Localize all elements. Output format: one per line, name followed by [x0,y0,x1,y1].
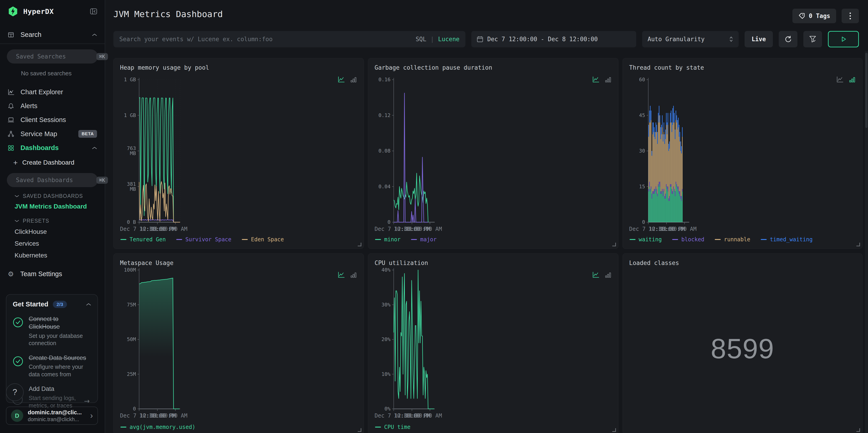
create-dashboard-button[interactable]: + Create Dashboard [0,155,105,167]
vertical-scrollbar[interactable] [865,51,868,433]
run-query-button[interactable] [828,31,859,48]
sidebar-item-services[interactable]: Services [0,238,105,249]
sidebar-item-clickhouse[interactable]: ClickHouse [0,226,105,238]
resize-handle[interactable] [612,428,616,432]
panel-thread-count-by-state: Thread count by state 604530150Dec 7 12:… [623,58,863,249]
app-title: HyperDX [23,7,54,16]
get-started-step-sources[interactable]: Create Data Sources Configure where your… [13,354,91,378]
refresh-button[interactable] [779,31,798,48]
legend-item[interactable]: Tenured Gen [120,236,166,243]
play-icon [840,35,847,43]
svg-text:0: 0 [388,219,391,225]
saved-searches-input[interactable]: ⌘K [7,50,98,63]
svg-text:30: 30 [639,148,645,154]
event-search-box[interactable]: SQL | Lucene [114,31,465,48]
chevron-down-icon [14,220,19,222]
legend-item[interactable]: avg(jvm.memory.used) [120,424,195,430]
sidebar-item-search[interactable]: Search [0,27,105,44]
help-button[interactable]: ? [6,383,24,401]
saved-dashboards-input[interactable]: ⌘K [7,173,98,187]
sidebar-item-alerts[interactable]: Alerts [0,99,105,113]
svg-text:MB: MB [130,186,136,192]
more-options-button[interactable] [842,9,859,23]
chart-explorer-icon [8,89,14,95]
legend-item[interactable]: major [411,236,436,243]
line-chart-toggle-icon[interactable] [592,76,599,83]
table-grid-icon [8,32,14,38]
resize-handle[interactable] [358,243,361,246]
legend-item[interactable]: Survivor Space [176,236,231,243]
legend-item[interactable]: waiting [629,236,662,243]
chevron-up-icon[interactable] [92,33,97,36]
legend-swatch [672,239,678,240]
progress-badge: 2/3 [53,301,67,308]
main-content: JVM Metrics Dashboard 0 Tags SQL | Lucen… [105,0,868,433]
shortcut-badge: ⌘K [96,177,108,184]
scrollbar-thumb[interactable] [865,53,868,128]
sidebar-item-chart-explorer[interactable]: Chart Explorer [0,85,105,99]
user-menu[interactable]: D dominic.tran@clic... dominic.tran@clic… [6,407,98,425]
bar-chart-toggle-icon[interactable] [350,272,357,278]
chart-plot[interactable]: 0.160.120.080.040Dec 7 12:00:00 PM10:30:… [374,76,442,234]
sidebar-item-team-settings[interactable]: ⚙ Team Settings [0,265,105,283]
bar-chart-toggle-icon[interactable] [605,272,611,278]
gear-icon: ⚙ [8,270,14,278]
chart-plot[interactable]: 40%30%20%10%0%Dec 7 12:00:00 PM10:30:00 … [374,267,442,421]
filter-button[interactable] [803,31,822,48]
sql-toggle[interactable]: SQL [415,36,426,42]
line-chart-toggle-icon[interactable] [338,271,345,278]
granularity-select[interactable]: Auto Granularity [642,31,739,48]
lucene-toggle[interactable]: Lucene [438,36,460,42]
check-circle-icon [13,356,23,367]
resize-handle[interactable] [358,428,361,432]
svg-text:0.12: 0.12 [378,113,391,118]
sidebar-item-service-map[interactable]: Service Map BETA [0,127,105,141]
svg-text:11:30:00 AM: 11:30:00 AM [406,226,442,232]
sidebar-item-dashboards[interactable]: Dashboards [0,141,105,155]
collapse-sidebar-icon[interactable] [90,8,97,14]
svg-text:11:30:00 AM: 11:30:00 AM [406,412,442,419]
sidebar-item-jvm-metrics-dashboard[interactable]: JVM Metrics Dashboard [0,201,105,212]
hyperdx-logo-icon [8,6,18,17]
chevron-up-icon[interactable] [86,303,91,306]
line-chart-toggle-icon[interactable] [836,76,844,83]
chart-plot[interactable]: 100M75M50M25M0Dec 7 12:00:00 PM10:30:00 … [120,267,188,421]
chevron-up-icon[interactable] [92,147,97,149]
avatar: D [11,409,23,422]
event-search-input[interactable] [119,36,411,42]
bar-chart-toggle-icon[interactable] [350,76,357,83]
no-saved-searches-label: No saved searches [21,70,105,77]
saved-dashboards-section-header[interactable]: SAVED DASHBOARDS [0,187,105,201]
legend-item[interactable]: CPU time [375,424,410,430]
line-chart-toggle-icon[interactable] [338,76,345,83]
line-chart-toggle-icon[interactable] [592,271,599,278]
presets-section-header[interactable]: PRESETS [0,212,105,226]
resize-handle[interactable] [612,243,616,246]
legend-item[interactable]: Eden Space [242,236,284,243]
saved-searches-field[interactable] [16,53,93,60]
tags-button[interactable]: 0 Tags [793,9,836,23]
resize-handle[interactable] [857,428,860,432]
saved-dashboards-field[interactable] [16,177,93,184]
bar-chart-toggle-icon[interactable] [605,76,611,83]
tag-icon [798,12,805,19]
legend-swatch [761,239,767,240]
resize-handle[interactable] [857,243,860,246]
legend-item[interactable]: runnable [715,236,750,243]
sidebar-item-client-sessions[interactable]: Client Sessions [0,113,105,127]
panel-cpu-utilization: CPU utilization 40%30%20%10%0%Dec 7 12:0… [368,253,618,433]
bar-chart-toggle-icon[interactable] [849,76,856,83]
get-started-step-add-data[interactable]: Add Data Start sending logs, metrics, or… [13,385,91,409]
chart-plot[interactable]: 1 GB1 GB763MB381MB0 BDec 7 12:00:00 PM10… [120,76,188,234]
live-button[interactable]: Live [745,31,773,48]
get-started-step-connect[interactable]: Connect to ClickHouse Set up your databa… [13,315,91,347]
legend-item[interactable]: minor [375,236,401,243]
legend-item[interactable]: timed_waiting [761,236,813,243]
legend-item[interactable]: blocked [672,236,704,243]
laptop-icon [8,117,14,123]
sidebar-item-kubernetes[interactable]: Kubernetes [0,249,105,261]
legend-swatch [629,239,636,240]
date-range-picker[interactable]: Dec 7 12:00:00 - Dec 8 12:00:00 [471,31,636,48]
legend-swatch [411,239,417,240]
chart-plot[interactable]: 604530150Dec 7 12:00:00 PM10:30:00 PM11:… [629,76,697,234]
